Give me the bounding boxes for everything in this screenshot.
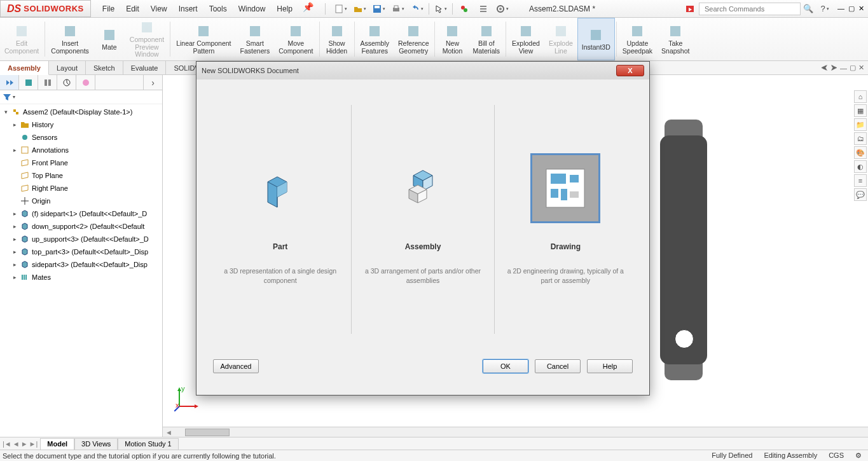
ribbon-update-speedpak[interactable]: UpdateSpeedpak — [618, 18, 657, 60]
ribbon-smart-fasteners[interactable]: SmartFasteners — [236, 18, 275, 60]
ribbon-linear-component-pattern[interactable]: Linear ComponentPattern — [172, 18, 235, 60]
tree-item[interactable]: Sensors — [0, 131, 162, 144]
option-part[interactable]: Part a 3D representation of a single des… — [209, 86, 351, 353]
tree-item[interactable]: Origin — [0, 195, 162, 207]
arrow-left-icon[interactable]: ⮜ — [821, 64, 828, 72]
settings-button[interactable] — [493, 2, 511, 16]
menu-file[interactable]: File — [97, 2, 120, 16]
tree-root[interactable]: ▾ Assem2 (Default<Display State-1>) — [0, 106, 162, 118]
search-commands-box[interactable] — [699, 3, 801, 15]
last-icon[interactable]: ►| — [29, 440, 38, 448]
tab-sketch[interactable]: Sketch — [86, 61, 123, 74]
minimize-icon[interactable]: — — [837, 4, 844, 13]
resources-icon[interactable]: ▦ — [854, 104, 867, 117]
ribbon-mate[interactable]: Mate — [93, 18, 125, 60]
expand-icon[interactable]: ▸ — [11, 210, 18, 217]
bottom-tab-motion-study-1[interactable]: Motion Study 1 — [118, 438, 178, 450]
ribbon-reference-geometry[interactable]: ReferenceGeometry — [394, 18, 433, 60]
search-input[interactable] — [705, 5, 797, 13]
ribbon-instant-d[interactable]: Instant3D — [577, 18, 615, 60]
menu-insert[interactable]: Insert — [174, 2, 203, 16]
open-button[interactable] — [351, 2, 369, 16]
new-button[interactable] — [332, 2, 350, 16]
dialog-close-button[interactable]: X — [616, 65, 644, 76]
home-icon[interactable]: ⌂ — [854, 90, 867, 103]
undo-button[interactable] — [408, 2, 426, 16]
ribbon-exploded-view[interactable]: ExplodedView — [507, 18, 544, 60]
save-button[interactable] — [370, 2, 388, 16]
print-button[interactable] — [389, 2, 407, 16]
scroll-left-icon[interactable]: ◄ — [163, 429, 175, 436]
ribbon-assembly-features[interactable]: AssemblyFeatures — [356, 18, 394, 60]
config-manager-tab[interactable] — [38, 75, 57, 90]
forum-icon[interactable]: 💬 — [854, 188, 867, 201]
first-icon[interactable]: |◄ — [3, 440, 11, 448]
tree-item[interactable]: Right Plane — [0, 182, 162, 195]
restore-doc-icon[interactable]: ▢ — [850, 64, 856, 72]
option-assembly[interactable]: Assembly a 3D arrangement of parts and/o… — [352, 86, 493, 353]
tree-item[interactable]: Top Plane — [0, 169, 162, 182]
options-list-button[interactable] — [474, 2, 492, 16]
menu-help[interactable]: Help — [272, 2, 298, 16]
expand-icon[interactable]: ▸ — [11, 223, 18, 230]
tree-item[interactable]: ▸(f) sidepart<1> (Default<<Default>_D — [0, 207, 162, 220]
tree-item[interactable]: ▸top_part<3> (Default<<Default>_Disp — [0, 245, 162, 258]
ribbon-show-hidden[interactable]: ShowHidden — [321, 18, 353, 60]
panel-expand-icon[interactable]: › — [143, 75, 162, 90]
horizontal-scrollbar[interactable]: ◄ — [163, 427, 868, 437]
advanced-button[interactable]: Advanced — [213, 359, 259, 373]
rebuild-button[interactable] — [455, 2, 473, 16]
collapse-icon[interactable]: ▾ — [3, 109, 9, 115]
menu-view[interactable]: View — [146, 2, 172, 16]
ribbon-bill-of-materials[interactable]: Bill ofMaterials — [468, 18, 504, 60]
display-manager-tab[interactable] — [76, 75, 95, 90]
feature-tree[interactable]: ▾ Assem2 (Default<Display State-1>) ▸His… — [0, 104, 162, 437]
bottom-tab-3d-views[interactable]: 3D Views — [74, 438, 118, 450]
tree-item[interactable]: ▸down_support<2> (Default<<Default — [0, 220, 162, 233]
appearances-icon[interactable]: ◐ — [854, 160, 867, 173]
ok-button[interactable]: OK — [483, 359, 528, 373]
maximize-icon[interactable]: ▢ — [848, 4, 855, 13]
tree-item[interactable]: ▸Annotations — [0, 144, 162, 156]
prev-icon[interactable]: ◄ — [13, 440, 20, 448]
next-icon[interactable]: ► — [21, 440, 28, 448]
tree-item[interactable]: ▸up_support<3> (Default<<Default>_D — [0, 233, 162, 245]
select-button[interactable] — [432, 2, 450, 16]
tree-item[interactable]: ▸Mates — [0, 271, 162, 284]
arrow-right-icon[interactable]: ⮞ — [830, 64, 837, 72]
library-icon[interactable]: 📁 — [854, 118, 867, 131]
help-dropdown[interactable]: ? — [816, 2, 834, 16]
close-icon[interactable]: ✕ — [858, 4, 864, 13]
ribbon-new-motion[interactable]: NewMotion — [436, 18, 468, 60]
bottom-tab-model[interactable]: Model — [40, 438, 74, 450]
ribbon-insert-components[interactable]: InsertComponents — [46, 18, 93, 60]
explorer-icon[interactable]: 🗂 — [854, 132, 867, 145]
tab-evaluate[interactable]: Evaluate — [123, 61, 167, 74]
menu-edit[interactable]: Edit — [121, 2, 144, 16]
search-icon[interactable]: 🔍 — [801, 4, 816, 13]
feature-tree-tab[interactable] — [0, 75, 19, 90]
minimize-doc-icon[interactable]: — — [840, 64, 847, 72]
expand-icon[interactable]: ▸ — [11, 236, 18, 242]
dialog-title-bar[interactable]: New SOLIDWORKS Document X — [196, 62, 649, 79]
cancel-button[interactable]: Cancel — [535, 359, 581, 373]
status-settings-icon[interactable]: ⚙ — [855, 451, 862, 460]
tree-filter-row[interactable]: ▾ — [0, 90, 162, 104]
tab-layout[interactable]: Layout — [49, 61, 86, 74]
tree-item[interactable]: Front Plane — [0, 156, 162, 169]
scroll-thumb[interactable] — [185, 429, 230, 436]
pin-icon[interactable]: 📌 — [299, 2, 317, 16]
dimxpert-tab[interactable] — [57, 75, 76, 90]
ribbon-move-component[interactable]: MoveComponent — [274, 18, 317, 60]
tree-item[interactable]: ▸History — [0, 118, 162, 131]
expand-icon[interactable]: ▸ — [11, 249, 18, 255]
expand-icon[interactable]: ▸ — [11, 147, 18, 153]
expand-icon[interactable]: ▸ — [11, 121, 18, 128]
close-doc-icon[interactable]: ✕ — [858, 64, 864, 72]
property-manager-tab[interactable] — [19, 75, 38, 90]
menu-window[interactable]: Window — [233, 2, 271, 16]
help-button[interactable]: Help — [587, 359, 633, 373]
expand-icon[interactable]: ▸ — [11, 274, 18, 280]
expand-icon[interactable]: ▸ — [11, 261, 18, 268]
custom-props-icon[interactable]: ≡ — [854, 174, 867, 187]
